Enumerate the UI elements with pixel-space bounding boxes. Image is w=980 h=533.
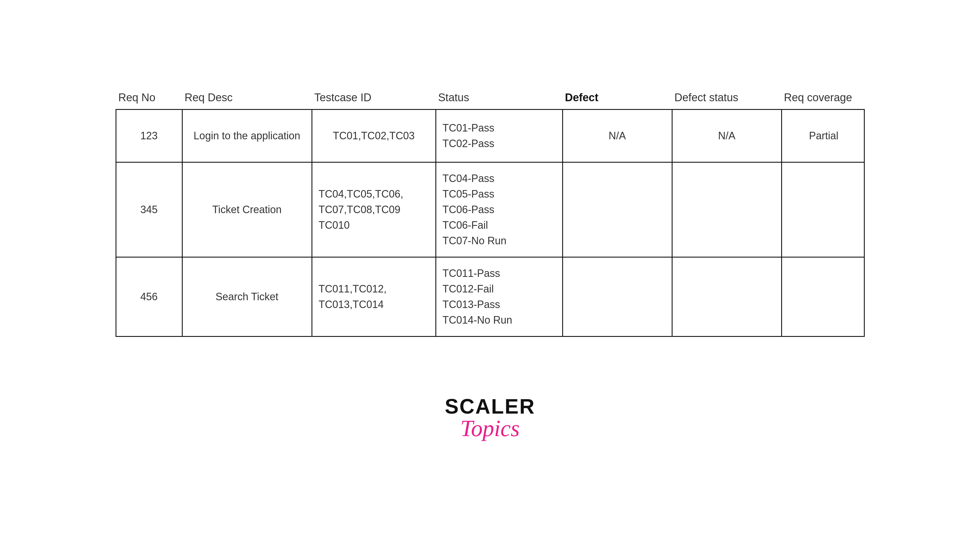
cell-testcase-2: TC04,TC05,TC06, TC07,TC08,TC09 TC010 [312,163,436,257]
cell-req-desc-1: Login to the application [183,110,312,162]
table-row: 123 Login to the application TC01,TC02,T… [116,110,864,163]
cell-req-coverage-2 [782,163,865,257]
cell-status-1: TC01-Pass TC02-Pass [436,110,563,162]
headers-row: Req No Req Desc Testcase ID Status Defec… [116,91,865,109]
cell-req-no-2: 345 [116,163,183,257]
cell-status-3: TC011-Pass TC012-Fail TC013-Pass TC014-N… [436,258,563,336]
header-testcase-id: Testcase ID [312,91,435,104]
cell-testcase-1: TC01,TC02,TC03 [312,110,436,162]
cell-req-no-3: 456 [116,258,183,336]
header-req-coverage: Req coverage [781,91,865,104]
cell-req-coverage-3 [782,258,865,336]
cell-defect-status-2 [673,163,782,257]
cell-defect-status-1: N/A [673,110,782,162]
table-row: 456 Search Ticket TC011,TC012, TC013,TC0… [116,258,864,336]
header-status: Status [435,91,562,104]
cell-status-2: TC04-Pass TC05-Pass TC06-Pass TC06-Fail … [436,163,563,257]
cell-defect-status-3 [673,258,782,336]
cell-defect-1: N/A [563,110,673,162]
header-defect: Defect [562,91,672,104]
cell-defect-2 [563,163,673,257]
table-wrapper: Req No Req Desc Testcase ID Status Defec… [116,91,865,337]
table-row: 345 Ticket Creation TC04,TC05,TC06, TC07… [116,163,864,258]
header-defect-status: Defect status [672,91,781,104]
brand-topics-text: Topics [460,415,520,442]
cell-req-coverage-1: Partial [782,110,865,162]
header-req-no: Req No [116,91,182,104]
brand-logo: SCALER Topics [445,394,535,442]
cell-testcase-3: TC011,TC012, TC013,TC014 [312,258,436,336]
cell-req-desc-3: Search Ticket [183,258,312,336]
cell-defect-3 [563,258,673,336]
brand-scaler-text: SCALER [445,394,535,418]
data-table: 123 Login to the application TC01,TC02,T… [116,109,865,337]
header-req-desc: Req Desc [182,91,312,104]
main-container: Req No Req Desc Testcase ID Status Defec… [0,91,980,442]
cell-req-desc-2: Ticket Creation [183,163,312,257]
cell-req-no-1: 123 [116,110,183,162]
